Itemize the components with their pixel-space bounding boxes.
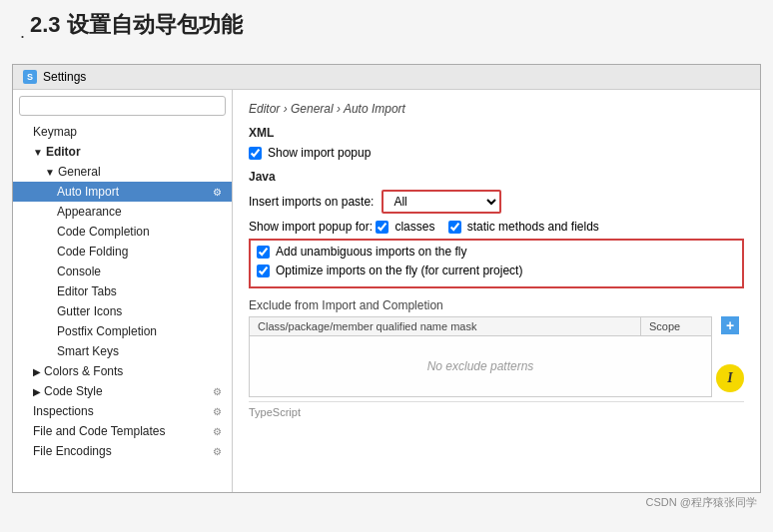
- exclude-section: Exclude from Import and Completion Class…: [249, 298, 744, 397]
- sidebar-item-label: Colors & Fonts: [44, 364, 123, 378]
- sidebar-item-smart-keys[interactable]: Smart Keys: [13, 341, 232, 361]
- content-area: Editor › General › Auto Import XML Show …: [233, 90, 760, 492]
- settings-titlebar: S Settings: [13, 65, 760, 90]
- settings-window: S Settings Keymap ▼Editor ▼General: [12, 64, 761, 493]
- sidebar-item-inspections[interactable]: Inspections ⚙: [13, 401, 232, 421]
- sidebar-item-code-folding[interactable]: Code Folding: [13, 242, 232, 262]
- exclude-col-name: Class/package/member qualified name mask: [250, 317, 641, 335]
- expand-arrow-colors: ▶: [33, 366, 41, 377]
- sidebar-item-console[interactable]: Console: [13, 262, 232, 281]
- classes-label: classes: [394, 220, 434, 234]
- sidebar-item-file-code-templates[interactable]: File and Code Templates ⚙: [13, 421, 232, 441]
- insert-imports-row: Insert imports on paste: All None Ask: [249, 190, 744, 214]
- title-row: · 2.3 设置自动导包功能: [12, 10, 761, 52]
- sidebar-item-keymap[interactable]: Keymap: [13, 122, 232, 142]
- show-import-popup-row: Show import popup for: classes static me…: [249, 220, 744, 234]
- xml-section-label: XML: [249, 126, 744, 140]
- exclude-col-scope: Scope: [641, 317, 711, 335]
- expand-arrow-code-style: ▶: [33, 386, 41, 397]
- optimize-imports-label: Optimize imports on the fly (for current…: [276, 264, 522, 277]
- sidebar-item-label: Editor: [46, 145, 81, 159]
- sidebar-item-appearance[interactable]: Appearance: [13, 202, 232, 222]
- file-templates-cog-icon: ⚙: [213, 426, 222, 437]
- add-unambiguous-checkbox[interactable]: [257, 246, 270, 259]
- expand-arrow-general: ▼: [45, 167, 55, 178]
- sidebar-item-label: Appearance: [57, 205, 122, 219]
- no-patterns-label: No exclude patterns: [427, 359, 534, 373]
- insert-imports-select[interactable]: All None Ask: [382, 190, 501, 214]
- sidebar-item-label: Editor Tabs: [57, 284, 117, 298]
- bullet: ·: [20, 26, 25, 47]
- code-style-cog-icon: ⚙: [213, 386, 222, 397]
- sidebar-item-label: Code Folding: [57, 245, 128, 259]
- sidebar-item-label: Inspections: [33, 404, 94, 418]
- sidebar-item-auto-import[interactable]: Auto Import ⚙: [13, 182, 232, 202]
- add-unambiguous-label: Add unambiguous imports on the fly: [276, 245, 466, 259]
- sidebar-item-editor[interactable]: ▼Editor: [13, 142, 232, 162]
- exclude-table: Class/package/member qualified name mask…: [249, 316, 712, 397]
- exclude-header: Class/package/member qualified name mask…: [250, 317, 711, 336]
- sidebar-item-code-style[interactable]: ▶Code Style ⚙: [13, 381, 232, 401]
- highlight-box: Add unambiguous imports on the fly Optim…: [249, 239, 744, 288]
- page-title: 2.3 设置自动导包功能: [12, 10, 243, 40]
- settings-cog-icon: ⚙: [213, 187, 222, 198]
- page-wrapper: · 2.3 设置自动导包功能 S Settings Keymap ▼Editor: [0, 0, 773, 532]
- sidebar-item-label: Code Completion: [57, 225, 150, 239]
- show-import-popup-label: Show import popup for:: [249, 220, 373, 234]
- breadcrumb: Editor › General › Auto Import: [249, 102, 744, 116]
- sidebar-item-label: General: [58, 165, 101, 179]
- sidebar-item-label: Gutter Icons: [57, 304, 122, 318]
- exclude-title: Exclude from Import and Completion: [249, 298, 744, 312]
- xml-show-import-label: Show import popup: [268, 146, 371, 160]
- sidebar-item-label: Code Style: [44, 384, 103, 398]
- sidebar-item-label: Postfix Completion: [57, 324, 157, 338]
- sidebar: Keymap ▼Editor ▼General Auto Import ⚙ Ap…: [13, 90, 233, 492]
- classes-checkbox[interactable]: [376, 221, 388, 234]
- xml-show-import-checkbox[interactable]: [249, 147, 262, 160]
- sidebar-item-label: File Encodings: [33, 444, 112, 458]
- file-encodings-cog-icon: ⚙: [213, 446, 222, 457]
- static-checkbox[interactable]: [448, 221, 461, 234]
- settings-icon: S: [23, 70, 37, 84]
- insert-imports-label: Insert imports on paste:: [249, 195, 374, 209]
- optimize-imports-row: Optimize imports on the fly (for current…: [257, 264, 736, 277]
- expand-arrow-editor: ▼: [33, 147, 43, 158]
- sidebar-item-general[interactable]: ▼General: [13, 162, 232, 182]
- sidebar-item-colors-fonts[interactable]: ▶Colors & Fonts: [13, 361, 232, 381]
- search-input[interactable]: [19, 96, 226, 116]
- sidebar-item-file-encodings[interactable]: File Encodings ⚙: [13, 441, 232, 461]
- settings-body: Keymap ▼Editor ▼General Auto Import ⚙ Ap…: [13, 90, 760, 492]
- java-section: Java Insert imports on paste: All None A…: [249, 170, 744, 288]
- sidebar-item-gutter-icons[interactable]: Gutter Icons: [13, 301, 232, 321]
- static-label: static methods and fields: [467, 220, 599, 234]
- add-unambiguous-row: Add unambiguous imports on the fly: [257, 245, 736, 259]
- cursor-indicator: I: [716, 364, 744, 392]
- sidebar-item-editor-tabs[interactable]: Editor Tabs: [13, 281, 232, 301]
- add-exclude-button[interactable]: +: [721, 316, 739, 334]
- xml-show-import-row: Show import popup: [249, 146, 744, 160]
- sidebar-item-label: File and Code Templates: [33, 424, 166, 438]
- exclude-body: No exclude patterns: [250, 336, 711, 396]
- typescript-label: TypeScript: [249, 401, 744, 418]
- optimize-imports-checkbox[interactable]: [257, 265, 270, 277]
- sidebar-item-label: Console: [57, 265, 101, 278]
- inspections-cog-icon: ⚙: [213, 406, 222, 417]
- java-section-label: Java: [249, 170, 744, 184]
- add-row: Class/package/member qualified name mask…: [249, 316, 744, 397]
- sidebar-item-postfix-completion[interactable]: Postfix Completion: [13, 321, 232, 341]
- sidebar-item-code-completion[interactable]: Code Completion: [13, 222, 232, 242]
- settings-title: Settings: [43, 70, 86, 84]
- watermark: CSDN @程序猿张同学: [12, 495, 761, 510]
- sidebar-item-label: Smart Keys: [57, 344, 119, 358]
- sidebar-item-label: Keymap: [33, 125, 77, 139]
- sidebar-item-label: Auto Import: [57, 185, 119, 199]
